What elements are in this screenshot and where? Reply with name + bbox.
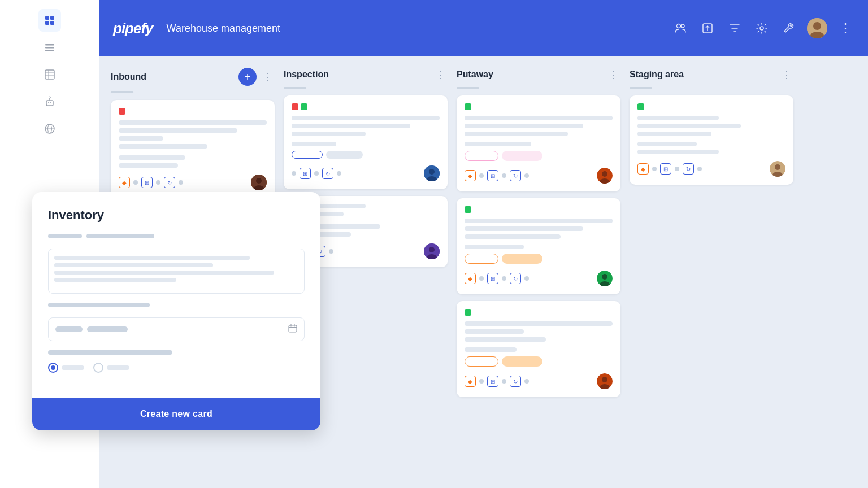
avatar: [770, 161, 785, 177]
column-title-inbound: Inbound: [111, 72, 234, 82]
more-options-putaway[interactable]: ⋮: [607, 68, 620, 81]
card-icon-blue[interactable]: ⊞: [141, 177, 153, 188]
radio-option-1[interactable]: [48, 363, 84, 373]
sidebar-item-robot[interactable]: [38, 90, 61, 113]
modal-footer: Create new card: [32, 398, 320, 430]
wrench-icon[interactable]: [780, 19, 798, 37]
tag-orange-light: [502, 356, 542, 367]
card-icon[interactable]: ◆: [465, 376, 476, 387]
column-putaway: Putaway ⋮ ◆ ⊞ ↻: [457, 68, 620, 477]
header-actions: ⋮: [671, 18, 854, 38]
card-icon[interactable]: ↻: [322, 168, 333, 179]
card-tags: [292, 151, 440, 159]
more-options-staging[interactable]: ⋮: [780, 68, 793, 81]
card-icon[interactable]: ⊞: [487, 376, 498, 387]
dot-green: [465, 309, 471, 316]
card-tags: [465, 151, 613, 161]
card: ⊞ ↻: [284, 95, 448, 189]
radio-label-2: [107, 365, 129, 370]
svg-point-43: [602, 377, 607, 382]
card-footer: ◆ ⊞ ↻: [465, 271, 613, 286]
column-title-staging: Staging area: [630, 69, 775, 80]
card-icon[interactable]: ◆: [465, 170, 476, 181]
more-options-inspection[interactable]: ⋮: [434, 68, 448, 81]
avatar: [424, 165, 440, 181]
card-dot: [133, 180, 138, 185]
column-header-inbound: Inbound + ⋮: [111, 68, 275, 86]
header: pipefy Warehouse management: [99, 0, 868, 56]
modal-body: Inventory: [32, 192, 320, 398]
dot-green: [637, 103, 644, 110]
column-title-putaway: Putaway: [457, 69, 602, 80]
text-area-field[interactable]: [48, 249, 305, 294]
column-header-inspection: Inspection ⋮: [284, 68, 448, 81]
user-avatar[interactable]: [807, 18, 827, 38]
radio-option-2[interactable]: [93, 363, 129, 373]
svg-point-28: [256, 178, 262, 184]
svg-point-37: [602, 171, 607, 177]
filter-icon[interactable]: [726, 19, 744, 37]
card-icon[interactable]: ⊞: [487, 273, 498, 284]
column-staging-area: Staging area ⋮ ◆ ⊞ ↻: [630, 68, 793, 477]
svg-rect-4: [45, 44, 54, 46]
tag-orange-light: [502, 254, 542, 264]
svg-rect-5: [45, 47, 54, 49]
card-footer: ◆ ⊞ ↻: [637, 161, 785, 177]
card-icon-refresh[interactable]: ↻: [164, 177, 175, 188]
radio-circle-empty[interactable]: [93, 363, 103, 373]
svg-rect-48: [289, 325, 297, 332]
more-options-icon[interactable]: ⋮: [836, 19, 854, 37]
users-icon[interactable]: [671, 19, 689, 37]
create-card-modal: Inventory: [32, 192, 320, 430]
card-icon[interactable]: ◆: [465, 273, 476, 284]
svg-point-40: [602, 274, 607, 280]
card-icon[interactable]: ◆: [637, 163, 649, 175]
radio-circle-selected[interactable]: [48, 363, 58, 373]
add-card-button-inbound[interactable]: +: [238, 68, 257, 86]
card: ◆ ⊞ ↻: [111, 100, 275, 198]
svg-point-34: [429, 247, 435, 252]
svg-rect-1: [50, 16, 54, 20]
settings-icon[interactable]: [753, 19, 771, 37]
logo: pipefy: [113, 20, 153, 37]
dot-red: [292, 103, 298, 110]
column-header-putaway: Putaway ⋮: [457, 68, 620, 81]
svg-point-19: [677, 24, 681, 28]
svg-rect-11: [46, 101, 53, 106]
card-icon[interactable]: ↻: [510, 170, 521, 181]
radio-group: [48, 363, 305, 373]
svg-point-15: [49, 97, 51, 98]
dot-green: [301, 103, 307, 110]
card-tags: [465, 356, 613, 367]
avatar: [424, 243, 440, 259]
card-footer: ◆ ⊞ ↻: [465, 168, 613, 184]
dot-green: [465, 206, 471, 213]
card-icon[interactable]: ↻: [510, 273, 521, 284]
tag: [292, 151, 323, 159]
sidebar-item-list[interactable]: [38, 36, 61, 59]
svg-rect-6: [45, 50, 54, 51]
calendar-icon: [288, 324, 297, 335]
column-underline-staging: [630, 87, 652, 89]
card-icon-orange[interactable]: ◆: [119, 177, 130, 188]
sidebar-item-grid[interactable]: [38, 9, 61, 32]
dot-red: [119, 108, 125, 115]
card-icon[interactable]: ↻: [510, 376, 521, 387]
svg-point-23: [760, 27, 763, 30]
svg-rect-0: [45, 16, 49, 20]
more-options-inbound[interactable]: ⋮: [261, 70, 275, 84]
field-label-3: [48, 350, 305, 355]
sidebar-item-globe[interactable]: [38, 117, 61, 140]
date-input-field[interactable]: [48, 317, 305, 341]
card-icon[interactable]: ⊞: [300, 168, 311, 179]
card-icon[interactable]: ⊞: [660, 163, 671, 175]
card-icon[interactable]: ⊞: [487, 170, 498, 181]
page-title: Warehouse management: [167, 23, 671, 34]
login-icon[interactable]: [698, 19, 717, 37]
card-footer: ⊞ ↻: [292, 165, 440, 181]
card-tags: [465, 254, 613, 264]
column-title-inspection: Inspection: [284, 69, 429, 80]
sidebar-item-table[interactable]: [38, 63, 61, 86]
card-icon[interactable]: ↻: [683, 163, 694, 175]
create-new-card-button[interactable]: Create new card: [140, 409, 212, 419]
